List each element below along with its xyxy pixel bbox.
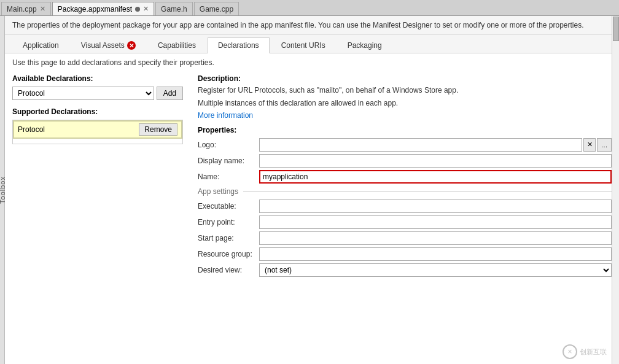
list-item-label: Protocol: [18, 125, 45, 134]
watermark-text: 创新互联: [580, 347, 607, 357]
resource-group-label: Resource group:: [198, 250, 259, 258]
tab-content-uris-label: Content URIs: [281, 41, 325, 50]
app-settings-divider: App settings: [198, 187, 612, 196]
logo-field-row: Logo: ✕ …: [198, 138, 612, 152]
visual-assets-error-badge: ✕: [127, 41, 136, 50]
description-line-1: Register for URL Protocols, such as "mai…: [198, 85, 612, 96]
name-label: Name:: [198, 172, 259, 181]
available-declarations-title: Available Declarations:: [12, 74, 183, 83]
right-col: Description: Register for URL Protocols,…: [190, 74, 612, 359]
display-name-input[interactable]: [259, 154, 612, 168]
tab-game-cpp[interactable]: Game.cpp: [194, 2, 239, 15]
supported-declarations-list: Protocol Remove: [12, 120, 183, 144]
resource-group-field-row: Resource group:: [198, 247, 612, 261]
tab-package-manifest[interactable]: Package.appxmanifest ✕: [52, 2, 154, 15]
tab-declarations[interactable]: Declarations: [208, 37, 270, 53]
start-page-label: Start page:: [198, 234, 259, 242]
tab-label: Game.cpp: [200, 5, 233, 14]
tab-label: Main.cpp: [7, 5, 37, 14]
tab-visual-assets[interactable]: Visual Assets ✕: [71, 37, 146, 53]
info-bar: The properties of the deployment package…: [5, 16, 619, 35]
tab-capabilities-label: Capabilities: [158, 41, 196, 50]
more-info-link[interactable]: More information: [198, 111, 253, 120]
entry-point-label: Entry point:: [198, 218, 259, 227]
resource-group-input[interactable]: [259, 247, 612, 261]
available-declarations-row: Protocol Add: [12, 87, 183, 100]
entry-point-input[interactable]: [259, 215, 612, 229]
logo-clear-button[interactable]: ✕: [583, 138, 596, 152]
name-input[interactable]: [259, 170, 612, 184]
desired-view-field-row: Desired view: (not set): [198, 263, 612, 277]
tab-application[interactable]: Application: [12, 37, 69, 53]
executable-label: Executable:: [198, 202, 259, 211]
page-content: Use this page to add declarations and sp…: [5, 53, 619, 364]
nav-tabs: Application Visual Assets ✕ Capabilities…: [5, 35, 619, 53]
tab-modified-indicator: [135, 7, 140, 12]
logo-input[interactable]: [259, 138, 582, 152]
tab-main-cpp[interactable]: Main.cpp ✕: [1, 2, 51, 15]
tab-label: Game.h: [161, 5, 187, 14]
tab-visual-assets-label: Visual Assets: [81, 41, 125, 50]
toolbox-label: Toolbox: [0, 176, 6, 204]
toolbox-sidebar[interactable]: Toolbox: [0, 16, 5, 364]
remove-declaration-button[interactable]: Remove: [139, 123, 177, 136]
tab-bar: Main.cpp ✕ Package.appxmanifest ✕ Game.h…: [0, 0, 619, 16]
watermark: × 创新互联: [563, 344, 607, 359]
properties-title: Properties:: [198, 126, 612, 134]
left-col: Available Declarations: Protocol Add Sup…: [12, 74, 190, 359]
tab-content-uris[interactable]: Content URIs: [271, 37, 336, 53]
info-bar-text: The properties of the deployment package…: [12, 21, 584, 29]
desired-view-label: Desired view:: [198, 266, 259, 274]
divider-line: [243, 191, 612, 192]
desired-view-select[interactable]: (not set): [259, 263, 612, 277]
tab-declarations-label: Declarations: [218, 41, 259, 50]
display-name-field-row: Display name:: [198, 154, 612, 168]
display-name-label: Display name:: [198, 157, 259, 165]
page-description: Use this page to add declarations and sp…: [12, 58, 612, 67]
start-page-input[interactable]: [259, 231, 612, 245]
watermark-logo: ×: [563, 344, 577, 359]
description-title: Description:: [198, 74, 612, 83]
entry-point-field-row: Entry point:: [198, 215, 612, 229]
executable-input[interactable]: [259, 199, 612, 213]
description-line-2: Multiple instances of this declaration a…: [198, 98, 612, 109]
tab-packaging[interactable]: Packaging: [337, 37, 392, 53]
tab-packaging-label: Packaging: [348, 41, 382, 50]
scrollbar-thumb[interactable]: [613, 17, 619, 41]
list-item[interactable]: Protocol Remove: [13, 120, 182, 139]
tab-capabilities[interactable]: Capabilities: [147, 37, 206, 53]
logo-label: Logo:: [198, 141, 259, 149]
main-content: The properties of the deployment package…: [5, 16, 619, 364]
executable-field-row: Executable:: [198, 199, 612, 213]
tab-close-icon[interactable]: ✕: [40, 5, 45, 13]
logo-input-wrap: ✕ …: [259, 138, 612, 152]
tab-label: Package.appxmanifest: [58, 5, 132, 14]
scrollbar[interactable]: [612, 16, 619, 364]
logo-browse-button[interactable]: …: [597, 138, 612, 152]
name-field-row: Name:: [198, 170, 612, 184]
supported-declarations-title: Supported Declarations:: [12, 107, 183, 116]
add-declaration-button[interactable]: Add: [157, 87, 183, 100]
start-page-field-row: Start page:: [198, 231, 612, 245]
tab-game-h[interactable]: Game.h: [155, 2, 193, 15]
available-declarations-dropdown[interactable]: Protocol: [12, 87, 154, 100]
two-col-layout: Available Declarations: Protocol Add Sup…: [12, 74, 612, 359]
tab-application-label: Application: [23, 41, 59, 50]
tab-close-icon[interactable]: ✕: [143, 5, 149, 13]
app-settings-label: App settings: [198, 187, 238, 196]
